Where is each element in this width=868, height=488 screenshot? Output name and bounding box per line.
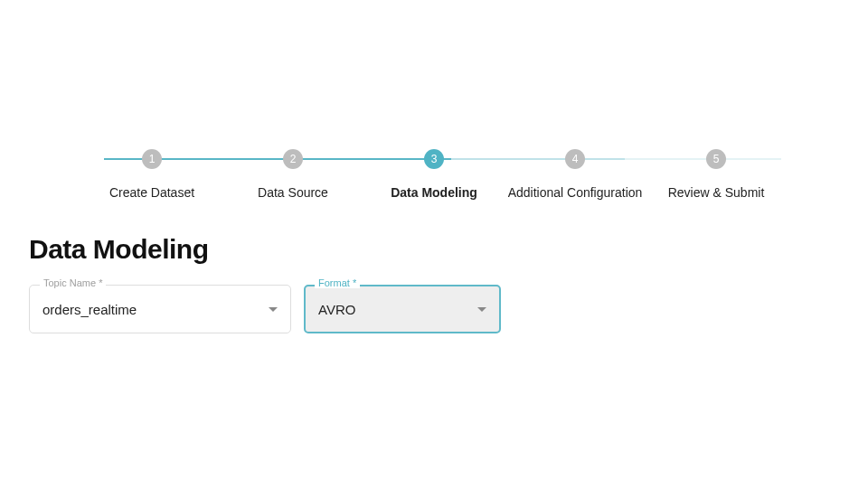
page-title: Data Modeling bbox=[29, 234, 868, 265]
format-value: AVRO bbox=[318, 302, 355, 317]
format-label: Format * bbox=[315, 277, 360, 288]
step-number: 3 bbox=[424, 149, 444, 169]
step-number: 5 bbox=[706, 149, 726, 169]
step-data-modeling[interactable]: 3 Data Modeling bbox=[363, 149, 505, 200]
topic-name-label: Topic Name * bbox=[40, 277, 106, 288]
step-data-source[interactable]: 2 Data Source bbox=[222, 149, 363, 200]
connector-1-2 bbox=[104, 158, 278, 160]
format-dropdown[interactable]: AVRO bbox=[304, 285, 501, 333]
chevron-down-icon bbox=[269, 307, 278, 312]
step-label: Review & Submit bbox=[668, 185, 765, 200]
step-number: 2 bbox=[283, 149, 303, 169]
step-review-submit[interactable]: 5 Review & Submit bbox=[646, 149, 787, 200]
step-number: 1 bbox=[142, 149, 162, 169]
step-label: Additional Configuration bbox=[508, 185, 643, 200]
format-field[interactable]: Format * AVRO bbox=[304, 285, 501, 333]
step-label: Create Dataset bbox=[109, 185, 194, 200]
step-label: Data Source bbox=[258, 185, 328, 200]
topic-name-field[interactable]: Topic Name * orders_realtime bbox=[29, 285, 291, 333]
chevron-down-icon bbox=[477, 307, 486, 312]
connector-3-4 bbox=[451, 158, 625, 160]
topic-name-dropdown[interactable]: orders_realtime bbox=[29, 285, 291, 333]
stepper: 1 Create Dataset 2 Data Source 3 Data Mo… bbox=[0, 149, 868, 200]
step-create-dataset[interactable]: 1 Create Dataset bbox=[81, 149, 222, 200]
topic-name-value: orders_realtime bbox=[42, 302, 137, 317]
step-additional-config[interactable]: 4 Additional Configuration bbox=[505, 149, 646, 200]
connector-4-5 bbox=[625, 158, 781, 160]
step-number: 4 bbox=[565, 149, 585, 169]
form-row: Topic Name * orders_realtime Format * AV… bbox=[29, 285, 868, 333]
step-label: Data Modeling bbox=[391, 185, 477, 200]
